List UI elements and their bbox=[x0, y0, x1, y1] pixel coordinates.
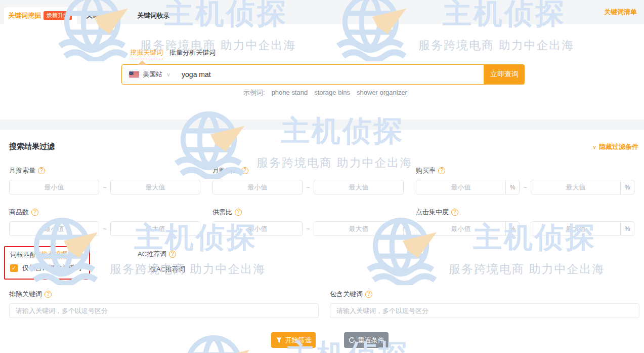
help-icon[interactable]: ? bbox=[45, 291, 52, 298]
min-input[interactable] bbox=[9, 221, 99, 236]
max-input[interactable] bbox=[110, 180, 200, 194]
tab-keyword-mining-label: 关键词挖掘 bbox=[8, 11, 41, 20]
search-box: 美国站 ∨ bbox=[121, 64, 484, 85]
root-match-group-highlighted: 词根匹配 (静态挖掘) ? ✓ 仅包含词根的关键词 bbox=[4, 246, 90, 280]
max-input[interactable] bbox=[314, 221, 404, 236]
example-keyword-link[interactable]: shower organizer bbox=[357, 89, 407, 97]
max-input[interactable] bbox=[531, 180, 620, 194]
help-icon[interactable]: ? bbox=[169, 251, 176, 258]
range-separator: ~ bbox=[99, 184, 110, 191]
keyword-list-link[interactable]: 关键词清单 bbox=[604, 8, 637, 17]
search-bar: 美国站 ∨ 立即查询 bbox=[121, 64, 525, 85]
include-keywords-group: 包含关键词 ? bbox=[330, 290, 639, 318]
filter-label: 月搜索量 bbox=[9, 166, 35, 175]
query-now-button[interactable]: 立即查询 bbox=[484, 64, 525, 85]
percent-suffix: % bbox=[620, 222, 634, 236]
filter-supply-demand-ratio: 供需比? ~ bbox=[212, 208, 404, 236]
help-icon[interactable]: ? bbox=[235, 209, 242, 216]
help-icon[interactable]: ? bbox=[451, 209, 458, 216]
max-input-group: % bbox=[531, 180, 634, 194]
reset-conditions-label: 重置条件 bbox=[358, 336, 384, 345]
examples-label: 示例词: bbox=[243, 88, 265, 97]
subtab-caret bbox=[138, 60, 147, 65]
filter-section-title: 搜索结果过滤 bbox=[9, 142, 55, 151]
range-separator: ~ bbox=[520, 184, 531, 191]
range-separator: ~ bbox=[303, 225, 314, 232]
ac-checkbox-label: 仅AC推荐词 bbox=[150, 265, 185, 274]
percent-suffix: % bbox=[505, 222, 519, 236]
exclude-keywords-input[interactable] bbox=[9, 303, 319, 318]
checkbox-unchecked-icon[interactable] bbox=[138, 266, 145, 273]
help-icon[interactable]: ? bbox=[38, 167, 45, 174]
chevron-down-icon: ∨ bbox=[592, 144, 596, 150]
help-icon[interactable]: ? bbox=[31, 209, 38, 216]
min-input[interactable] bbox=[416, 180, 505, 194]
filter-purchase-rate: 购买率? % ~ % bbox=[416, 166, 634, 194]
tab-keyword-mining[interactable]: 关键词挖掘 焕新升级 bbox=[4, 7, 77, 24]
max-input-group: % bbox=[531, 221, 634, 236]
filter-label: 点击集中度 bbox=[416, 208, 449, 217]
filter-monthly-purchases: 月购买量? ~ bbox=[212, 166, 404, 194]
tab-keyword-index[interactable]: 关键词收录 bbox=[128, 7, 179, 24]
min-input[interactable] bbox=[9, 180, 99, 194]
min-input[interactable] bbox=[212, 221, 303, 236]
tab-reverse-lookup-label: 关键词反查 bbox=[86, 11, 119, 20]
filter-grid-row1: 月搜索量? ~ 月购买量? ~ 购买率? % ~ % SPR? bbox=[9, 166, 639, 194]
start-filter-label: 开始筛选 bbox=[285, 336, 312, 345]
us-flag-icon bbox=[129, 71, 139, 78]
checkbox-checked-icon[interactable]: ✓ bbox=[10, 264, 18, 272]
hide-filters-link[interactable]: ∨ 隐藏过滤条件 bbox=[592, 142, 638, 151]
reset-conditions-button[interactable]: 重置条件 bbox=[344, 332, 389, 348]
reset-icon bbox=[349, 337, 355, 343]
min-input[interactable] bbox=[212, 180, 303, 194]
min-input-group: % bbox=[416, 180, 520, 194]
include-keywords-input[interactable] bbox=[330, 303, 639, 318]
exclude-keywords-group: 排除关键词 ? bbox=[9, 290, 319, 318]
watermark-subtitle: 服务跨境电商 助力中企出海 bbox=[449, 261, 605, 277]
marketplace-select[interactable]: 美国站 ∨ bbox=[122, 70, 177, 79]
subtab-mine-keywords[interactable]: 挖掘关键词 bbox=[130, 48, 163, 59]
section-divider-band bbox=[0, 120, 644, 130]
watermark-subtitle: 服务跨境电商 助力中企出海 bbox=[418, 37, 574, 53]
help-icon[interactable]: ? bbox=[241, 167, 248, 174]
hide-filters-label: 隐藏过滤条件 bbox=[599, 142, 638, 151]
tab-reverse-lookup[interactable]: 关键词反查 bbox=[77, 7, 128, 24]
ac-recommend-group: AC推荐词 ? 仅AC推荐词 bbox=[138, 250, 185, 274]
range-separator: ~ bbox=[99, 225, 110, 232]
upgrade-badge: 焕新升级 bbox=[44, 11, 72, 20]
example-keyword-link[interactable]: storage bins bbox=[314, 89, 350, 97]
ac-recommend-label: AC推荐词 bbox=[138, 250, 166, 259]
watermark-subtitle: 服务跨境电商 助力中企出海 bbox=[110, 261, 266, 277]
help-icon[interactable]: ? bbox=[72, 251, 79, 258]
include-keywords-label: 包含关键词 bbox=[330, 290, 363, 299]
marketplace-label: 美国站 bbox=[143, 70, 162, 79]
tab-keyword-index-label: 关键词收录 bbox=[137, 11, 170, 20]
subtab-batch-analyze[interactable]: 批量分析关键词 bbox=[169, 48, 216, 59]
start-filter-button[interactable]: 开始筛选 bbox=[271, 332, 316, 348]
range-separator: ~ bbox=[520, 225, 531, 232]
max-input[interactable] bbox=[110, 221, 200, 236]
filter-product-count: 商品数? ~ bbox=[9, 208, 200, 236]
min-input-group: % bbox=[416, 221, 520, 236]
filter-label: 购买率 bbox=[416, 166, 436, 175]
help-icon[interactable]: ? bbox=[438, 167, 445, 174]
funnel-icon bbox=[276, 337, 282, 343]
root-match-checkbox-row[interactable]: ✓ 仅包含词根的关键词 bbox=[10, 263, 89, 272]
help-icon[interactable]: ? bbox=[365, 291, 372, 298]
filter-monthly-searches: 月搜索量? ~ bbox=[9, 166, 200, 194]
example-keywords: 示例词: phone stand storage bins shower org… bbox=[243, 88, 407, 97]
static-mining-link[interactable]: (静态挖掘) bbox=[39, 250, 70, 259]
watermark-logo-icon bbox=[169, 334, 258, 353]
max-input[interactable] bbox=[531, 222, 620, 236]
example-keyword-link[interactable]: phone stand bbox=[272, 89, 308, 97]
min-input[interactable] bbox=[416, 222, 505, 236]
range-separator: ~ bbox=[303, 184, 314, 191]
filter-label: 月购买量 bbox=[212, 166, 239, 175]
root-match-checkbox-label: 仅包含词根的关键词 bbox=[22, 263, 81, 272]
top-tab-bar: 关键词挖掘 焕新升级 关键词反查 关键词收录 关键词清单 bbox=[0, 0, 644, 24]
percent-suffix: % bbox=[620, 180, 634, 194]
search-subtabs: 挖掘关键词 批量分析关键词 bbox=[130, 48, 216, 59]
max-input[interactable] bbox=[314, 180, 404, 194]
ac-checkbox-row[interactable]: 仅AC推荐词 bbox=[138, 265, 185, 274]
keyword-search-input[interactable] bbox=[177, 70, 484, 79]
